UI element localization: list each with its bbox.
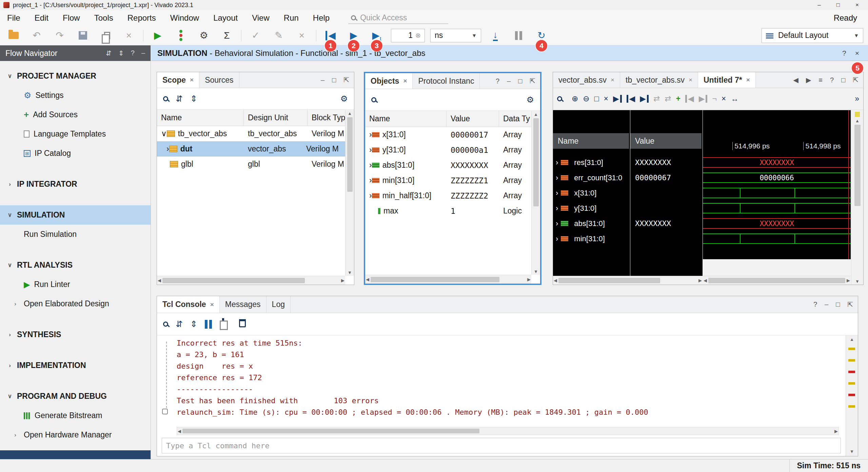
scrollbar-thumb[interactable]: [558, 278, 660, 283]
chevron-down-icon[interactable]: ∨: [5, 393, 14, 400]
maximize-icon[interactable]: □: [836, 301, 840, 308]
minimize-icon[interactable]: –: [321, 76, 324, 84]
chevron-right-icon[interactable]: ›: [556, 173, 558, 182]
wave-cursor[interactable]: [848, 110, 849, 259]
horizontal-scrollbar[interactable]: ◀ ▶: [703, 276, 851, 285]
chevron-right-icon[interactable]: ›: [369, 191, 372, 200]
open-project-button[interactable]: [5, 28, 22, 43]
go-to-start-icon[interactable]: ◀: [627, 95, 635, 103]
save-button[interactable]: [74, 28, 92, 43]
help-icon[interactable]: ?: [496, 77, 499, 85]
object-row[interactable]: ›y[31:0] 000000a1 Array: [365, 142, 540, 158]
chevron-right-icon[interactable]: ›: [5, 331, 14, 338]
scroll-right-icon[interactable]: ▶: [527, 277, 531, 282]
minimize-icon[interactable]: –: [507, 77, 511, 85]
chevron-right-icon[interactable]: ›: [556, 189, 558, 198]
vertical-scrollbar[interactable]: ▲ ▼: [345, 110, 354, 276]
program-device-button[interactable]: [172, 28, 190, 43]
chevron-down-icon[interactable]: ∨: [161, 129, 167, 138]
restart-simulation-button[interactable]: ◀ 1: [322, 28, 339, 43]
expand-all-icon[interactable]: ⇕: [190, 94, 197, 104]
wave-signal-name[interactable]: ›abs[31:0]: [553, 216, 630, 231]
tab-tb-vector-abs-sv[interactable]: tb_vector_abs.sv ×: [620, 72, 698, 88]
redo-button[interactable]: ↷: [51, 28, 68, 43]
scroll-left-icon[interactable]: ◀: [554, 278, 557, 283]
wave-signal-name[interactable]: ›y[31:0]: [553, 201, 630, 216]
horizontal-scrollbar[interactable]: ◀ ▶: [553, 276, 703, 285]
scrollbar-thumb[interactable]: [162, 278, 305, 283]
scroll-left-icon[interactable]: ◀: [158, 278, 161, 283]
settings-gear-icon[interactable]: ⚙: [527, 95, 534, 105]
float-icon[interactable]: ⇱: [530, 77, 535, 85]
chevron-right-icon[interactable]: ›: [369, 130, 372, 139]
chevron-right-icon[interactable]: ›: [556, 219, 558, 228]
overflow-icon[interactable]: »: [855, 94, 859, 103]
cancel-button[interactable]: ×: [293, 28, 311, 43]
menu-edit[interactable]: Edit: [27, 10, 56, 26]
wave-signal-name[interactable]: ›res[31:0]: [553, 155, 630, 170]
chevron-right-icon[interactable]: ›: [369, 145, 372, 155]
search-icon[interactable]: [557, 96, 562, 101]
tcl-command-input[interactable]: [162, 438, 841, 453]
vertical-scrollbar[interactable]: ▲ ▼: [846, 335, 858, 456]
prev-transition-icon[interactable]: ⇄: [653, 94, 660, 103]
sidebar-item-settings[interactable]: ⚙ Settings: [0, 86, 151, 105]
close-icon[interactable]: ×: [210, 301, 214, 308]
scroll-up-icon[interactable]: ▲: [846, 335, 858, 342]
zoom-fit-icon[interactable]: □: [594, 94, 599, 103]
delete-icon[interactable]: ×: [722, 94, 726, 103]
tab-tcl-console[interactable]: Tcl Console ×: [157, 296, 220, 313]
edit-button[interactable]: ✎: [270, 28, 288, 43]
go-to-time-icon[interactable]: ▶: [613, 95, 622, 103]
section-program-and-debug[interactable]: ∨ PROGRAM AND DEBUG: [0, 387, 151, 406]
search-icon[interactable]: [371, 97, 376, 102]
tab-vector-abs-sv[interactable]: vector_abs.sv ×: [553, 72, 620, 88]
console-output[interactable]: Incorrect res at time 515ns: a = 23, b =…: [157, 335, 846, 456]
tab-protocol-instances[interactable]: Protocol Instanc: [413, 73, 480, 89]
tab-messages[interactable]: Messages: [220, 296, 267, 313]
horizontal-scrollbar[interactable]: ◀ ▶: [365, 275, 531, 284]
section-ip-integrator[interactable]: › IP INTEGRATOR: [0, 175, 151, 194]
chevron-right-icon[interactable]: ›: [5, 181, 14, 188]
scrollbar-thumb[interactable]: [854, 125, 861, 206]
float-icon[interactable]: ⇱: [853, 76, 859, 84]
minimize-icon[interactable]: –: [141, 49, 145, 57]
scroll-up-icon[interactable]: ▲: [348, 111, 352, 116]
scrollbar-thumb[interactable]: [533, 118, 539, 206]
sidebar-item-generate-bitstream[interactable]: Generate Bitstream: [0, 406, 151, 425]
object-row[interactable]: ›x[31:0] 00000017 Array: [365, 127, 540, 142]
collapse-all-icon[interactable]: ⇵: [106, 49, 112, 57]
window-maximize-button[interactable]: □: [829, 0, 848, 10]
menu-view[interactable]: View: [245, 10, 277, 26]
add-marker-icon[interactable]: +: [676, 94, 680, 103]
next-edge-icon[interactable]: ▶: [699, 95, 708, 103]
horizontal-scrollbar[interactable]: ◀ ▶: [157, 276, 345, 285]
menu-layout[interactable]: Layout: [206, 10, 245, 26]
column-header-name[interactable]: Name: [157, 110, 244, 126]
maximize-icon[interactable]: □: [332, 76, 336, 84]
sidebar-item-ip-catalog[interactable]: ⊞ IP Catalog: [0, 144, 151, 163]
close-icon[interactable]: ×: [855, 49, 859, 57]
relaunch-simulation-button[interactable]: ↻ 4: [533, 28, 550, 43]
chevron-right-icon[interactable]: ›: [11, 432, 20, 438]
chevron-right-icon[interactable]: ›: [556, 204, 558, 213]
sidebar-item-language-templates[interactable]: Language Templates: [0, 124, 151, 144]
scrollbar-thumb[interactable]: [708, 278, 845, 283]
scroll-right-icon[interactable]: ▶: [847, 278, 850, 283]
menu-file[interactable]: File: [0, 10, 27, 26]
section-simulation[interactable]: ∨ SIMULATION: [0, 205, 151, 225]
column-header-value[interactable]: Value: [447, 111, 499, 127]
collapse-all-icon[interactable]: ⇵: [176, 94, 183, 104]
object-row[interactable]: ›min[31:0] ZZZZZZZ1 Array: [365, 173, 540, 188]
simulation-time-input[interactable]: [394, 31, 413, 40]
tab-log[interactable]: Log: [267, 296, 291, 313]
chevron-right-icon[interactable]: ›: [556, 158, 558, 167]
section-synthesis[interactable]: › SYNTHESIS: [0, 325, 151, 344]
float-icon[interactable]: ⇱: [847, 301, 853, 309]
tab-objects[interactable]: Objects ×: [365, 73, 413, 89]
prev-tab-icon[interactable]: ◀: [793, 76, 798, 84]
waveform-canvas[interactable]: 514,996 ps 514,998 ps XXXXXXXX 00000066 …: [703, 110, 851, 259]
chevron-right-icon[interactable]: ›: [5, 362, 14, 369]
pause-button[interactable]: [510, 28, 527, 43]
vertical-scrollbar[interactable]: ▲ ▼: [851, 110, 863, 285]
